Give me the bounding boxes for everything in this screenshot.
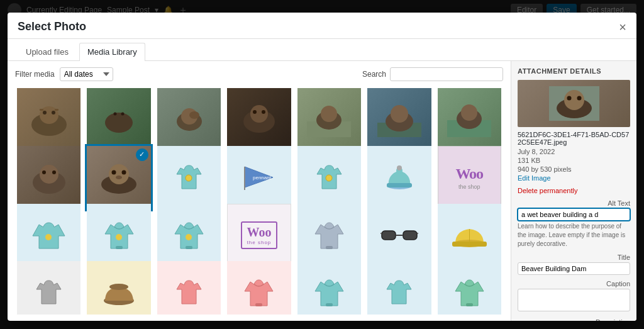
svg-rect-49 bbox=[326, 246, 333, 249]
svg-rect-43 bbox=[387, 183, 412, 187]
svg-point-8 bbox=[114, 113, 117, 116]
modal-header: Select Photo × bbox=[8, 13, 636, 39]
description-field: Description bbox=[518, 318, 630, 321]
svg-rect-56 bbox=[452, 242, 487, 247]
search-input[interactable] bbox=[390, 67, 503, 81]
tab-media-library[interactable]: Media Library bbox=[79, 43, 145, 61]
media-toolbar: Filter media All dates July 2022 June 20… bbox=[15, 67, 503, 81]
svg-rect-51 bbox=[403, 231, 417, 240]
svg-point-46 bbox=[116, 234, 122, 240]
media-item[interactable] bbox=[225, 259, 292, 315]
modal-close-button[interactable]: × bbox=[619, 21, 626, 33]
svg-rect-61 bbox=[326, 303, 333, 306]
svg-point-15 bbox=[253, 110, 257, 114]
media-item[interactable] bbox=[155, 259, 223, 315]
svg-point-65 bbox=[564, 90, 584, 110]
svg-point-29 bbox=[52, 170, 56, 174]
svg-point-67 bbox=[577, 96, 581, 101]
select-photo-modal: Select Photo × Upload files Media Librar… bbox=[8, 13, 636, 321]
alt-text-hint: Learn how to describe the purpose of the… bbox=[518, 222, 630, 248]
attachment-thumbnail bbox=[518, 80, 630, 127]
media-item[interactable] bbox=[15, 259, 82, 315]
tab-upload[interactable]: Upload files bbox=[18, 43, 77, 60]
svg-rect-47 bbox=[186, 246, 192, 249]
media-item[interactable] bbox=[436, 259, 503, 315]
svg-rect-5 bbox=[55, 109, 58, 111]
media-grid: ✓ bbox=[15, 86, 503, 315]
svg-point-28 bbox=[42, 170, 46, 174]
svg-point-42 bbox=[397, 165, 402, 170]
svg-rect-60 bbox=[255, 303, 262, 306]
svg-point-66 bbox=[567, 96, 571, 101]
media-item[interactable] bbox=[365, 259, 433, 315]
filter-label: Filter media bbox=[15, 70, 55, 79]
caption-textarea[interactable] bbox=[518, 289, 630, 311]
svg-rect-62 bbox=[466, 303, 473, 306]
media-area: Filter media All dates July 2022 June 20… bbox=[8, 61, 511, 321]
attachment-sidebar-title: ATTACHMENT DETAILS bbox=[518, 67, 630, 75]
svg-point-33 bbox=[122, 170, 126, 174]
attachment-sidebar: ATTACHMENT DETAILS 5621DF6C-3DE1-4F71-B5… bbox=[511, 61, 636, 321]
modal-title: Select Photo bbox=[18, 20, 86, 33]
search-label: Search bbox=[362, 70, 386, 79]
svg-point-22 bbox=[391, 105, 408, 123]
svg-point-25 bbox=[461, 104, 477, 121]
modal-body: Filter media All dates July 2022 June 20… bbox=[8, 61, 636, 321]
svg-point-14 bbox=[250, 105, 268, 123]
attachment-dimensions: 940 by 530 pixels bbox=[518, 165, 630, 173]
title-label: Title bbox=[518, 254, 630, 261]
title-field: Title bbox=[518, 254, 630, 275]
svg-point-34 bbox=[116, 176, 122, 179]
media-item[interactable] bbox=[85, 259, 152, 315]
svg-point-12 bbox=[189, 111, 199, 119]
svg-point-27 bbox=[40, 165, 58, 184]
description-label: Description bbox=[518, 318, 630, 321]
svg-point-16 bbox=[262, 110, 265, 114]
svg-point-59 bbox=[109, 284, 128, 290]
svg-text:pennant: pennant bbox=[253, 175, 272, 181]
svg-point-48 bbox=[186, 234, 192, 240]
svg-point-2 bbox=[43, 111, 47, 114]
search-section: Search bbox=[362, 67, 503, 81]
attachment-filesize: 131 KB bbox=[518, 157, 630, 164]
selected-checkmark: ✓ bbox=[136, 148, 148, 161]
svg-rect-50 bbox=[382, 231, 396, 240]
modal-tabs: Upload files Media Library bbox=[8, 39, 636, 61]
edit-image-link[interactable]: Edit Image bbox=[518, 174, 630, 182]
svg-point-6 bbox=[105, 113, 133, 133]
caption-field: Caption bbox=[518, 280, 630, 313]
delete-permanently-link[interactable]: Delete permanently bbox=[518, 187, 630, 194]
svg-point-32 bbox=[112, 170, 116, 174]
attachment-filename: 5621DF6C-3DE1-4F71-B5AD-CD572C5EE47E.jpe… bbox=[518, 131, 630, 146]
svg-point-9 bbox=[121, 113, 125, 116]
svg-point-39 bbox=[326, 175, 332, 181]
alt-text-field: Alt Text Learn how to describe the purpo… bbox=[518, 199, 630, 248]
svg-point-3 bbox=[52, 111, 55, 114]
modal-overlay: Select Photo × Upload files Media Librar… bbox=[0, 0, 644, 329]
filter-section: Filter media All dates July 2022 June 20… bbox=[15, 67, 113, 81]
media-item[interactable] bbox=[296, 259, 363, 315]
alt-text-label: Alt Text bbox=[518, 199, 630, 207]
svg-point-31 bbox=[109, 164, 129, 184]
alt-text-input[interactable] bbox=[518, 208, 630, 221]
title-input[interactable] bbox=[518, 262, 630, 275]
svg-point-44 bbox=[45, 234, 52, 240]
svg-rect-4 bbox=[40, 109, 43, 111]
attachment-date: July 8, 2022 bbox=[518, 148, 630, 155]
filter-dates-select[interactable]: All dates July 2022 June 2022 bbox=[60, 67, 113, 81]
svg-point-35 bbox=[186, 175, 192, 181]
caption-label: Caption bbox=[518, 280, 630, 287]
svg-point-19 bbox=[321, 106, 337, 122]
svg-rect-45 bbox=[116, 246, 123, 249]
